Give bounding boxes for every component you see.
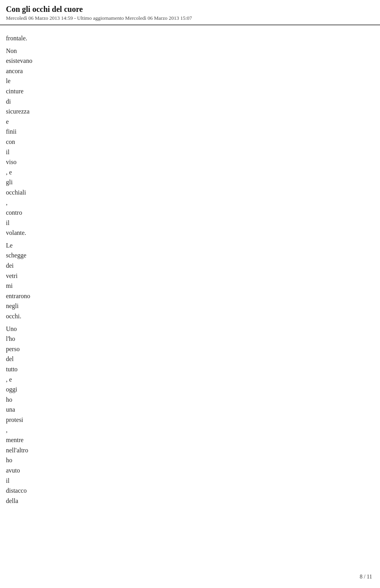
article-body: frontale. Nonesistevanoancoralecinturedi… xyxy=(6,33,283,506)
page-header: Con gli occhi del cuore Mercoledì 06 Mar… xyxy=(0,0,380,25)
paragraph-2: Nonesistevanoancoralecinturedisicurezzae… xyxy=(6,46,283,238)
paragraph-3: Lescheggedeivetrimientrarononegliocchi. xyxy=(6,240,283,321)
paragraph-4: Unol'hopersodeltutto, eoggihounaprotesi,… xyxy=(6,324,283,506)
article-content: frontale. Nonesistevanoancoralecinturedi… xyxy=(0,33,380,524)
article-subtitle: Mercoledì 06 Marzo 2013 14:59 - Ultimo a… xyxy=(6,15,374,21)
paragraph-1: frontale. xyxy=(6,33,283,43)
article-title: Con gli occhi del cuore xyxy=(6,4,374,14)
pagination: 8 / 11 xyxy=(360,574,372,580)
